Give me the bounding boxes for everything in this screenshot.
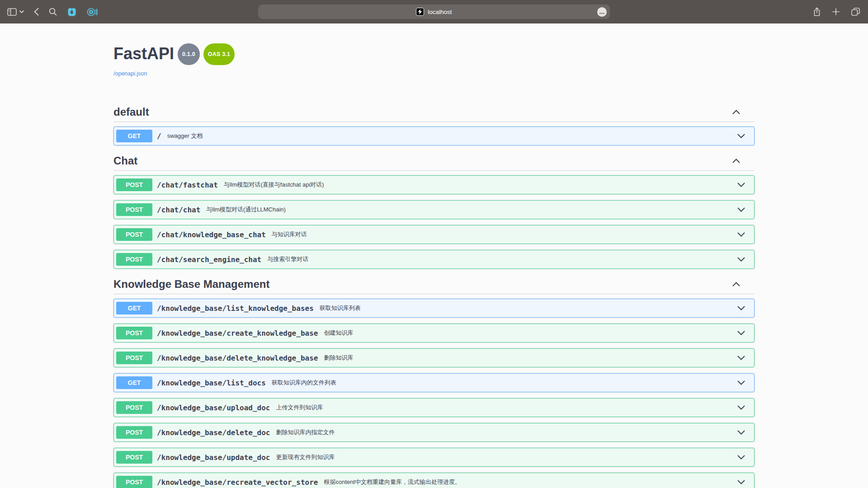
api-info: FastAPI0.1.0OAS 3.1 /openapi.json <box>113 44 755 77</box>
api-title-text: FastAPI <box>113 44 174 63</box>
extension-button-2[interactable] <box>87 7 98 17</box>
endpoint-row[interactable]: GET /knowledge_base/list_docs 获取知识库内的文件列… <box>113 373 755 392</box>
endpoint-expand-button[interactable] <box>736 205 747 215</box>
endpoint-row[interactable]: POST /knowledge_base/delete_knowledge_ba… <box>113 348 755 367</box>
section-header[interactable]: Chat <box>113 151 755 171</box>
endpoint-path: /knowledge_base/create_knowledge_base <box>157 329 318 338</box>
endpoint-path: /knowledge_base/list_knowledge_bases <box>157 304 314 313</box>
chevron-down-icon <box>737 133 745 140</box>
section-collapse-button[interactable] <box>731 107 742 117</box>
search-icon <box>49 8 57 16</box>
tab-overview-icon <box>851 8 860 16</box>
method-badge: POST <box>116 178 152 191</box>
endpoint-row[interactable]: GET /knowledge_base/list_knowledge_bases… <box>113 299 755 318</box>
endpoint-description: 与llm模型对话(通过LLMChain) <box>206 206 286 214</box>
endpoint-description: 上传文件到知识库 <box>276 404 323 412</box>
extension-button-1[interactable] <box>67 7 77 17</box>
chevron-down-icon <box>737 479 745 486</box>
method-badge: POST <box>116 401 152 414</box>
chevron-up-icon <box>732 281 740 288</box>
endpoint-row[interactable]: POST /chat/knowledge_base_chat 与知识库对话 <box>113 225 755 244</box>
section-header[interactable]: default <box>113 103 755 122</box>
endpoint-row[interactable]: POST /chat/search_engine_chat 与搜索引擎对话 <box>113 250 755 269</box>
browser-toolbar: localhost <box>0 0 868 23</box>
page-settings-ellipsis-icon <box>599 9 604 15</box>
chevron-down-icon <box>737 355 745 361</box>
endpoint-path: /chat/fastchat <box>157 181 218 189</box>
oas-badge: OAS 3.1 <box>203 43 235 65</box>
endpoint-path: / <box>157 132 161 141</box>
tab-overview-button[interactable] <box>851 8 860 16</box>
chevron-down-icon <box>737 380 745 386</box>
url-text: localhost <box>428 9 452 15</box>
chevron-down-icon <box>737 256 745 263</box>
endpoint-description: 与知识库对话 <box>272 230 307 239</box>
new-tab-icon <box>832 8 840 15</box>
endpoint-row[interactable]: POST /knowledge_base/recreate_vector_sto… <box>113 473 755 488</box>
section-title: Knowledge Base Management <box>113 277 269 291</box>
endpoint-expand-button[interactable] <box>736 353 747 363</box>
method-badge: POST <box>116 476 152 488</box>
page-title: FastAPI0.1.0OAS 3.1 <box>113 44 755 68</box>
swagger-page: FastAPI0.1.0OAS 3.1 /openapi.json defaul… <box>0 23 868 488</box>
chevron-down-icon <box>737 182 745 188</box>
endpoint-row[interactable]: GET / swagger 文档 <box>113 127 755 145</box>
chevron-down-icon <box>737 206 745 213</box>
shield-download-extension-icon <box>67 7 77 17</box>
endpoint-description: 删除知识库 <box>324 354 353 362</box>
endpoint-expand-button[interactable] <box>736 230 747 240</box>
section-collapse-button[interactable] <box>731 156 742 166</box>
endpoint-path: /knowledge_base/delete_doc <box>157 428 270 437</box>
method-badge: POST <box>116 327 152 339</box>
section-collapse-button[interactable] <box>731 279 742 290</box>
endpoint-expand-button[interactable] <box>736 477 747 488</box>
sidebar-chevron-down-icon <box>19 10 24 13</box>
new-tab-button[interactable] <box>832 8 840 15</box>
back-button[interactable] <box>34 8 39 16</box>
sidebar-toggle-button[interactable] <box>7 8 17 16</box>
sidebar-menu-button[interactable] <box>19 10 24 13</box>
endpoint-expand-button[interactable] <box>736 303 747 314</box>
section-header[interactable]: Knowledge Base Management <box>113 275 755 294</box>
chevron-down-icon <box>737 231 745 238</box>
broadcast-star-extension-icon <box>87 7 98 17</box>
search-button[interactable] <box>49 8 57 16</box>
method-badge: POST <box>116 352 152 364</box>
endpoint-path: /chat/chat <box>157 206 200 214</box>
endpoint-expand-button[interactable] <box>736 403 747 413</box>
endpoint-description: swagger 文档 <box>167 132 203 140</box>
endpoint-row[interactable]: POST /knowledge_base/delete_doc 删除知识库内指定… <box>113 423 755 442</box>
method-badge: POST <box>116 426 152 439</box>
endpoint-path: /chat/search_engine_chat <box>157 255 261 264</box>
share-button[interactable] <box>813 7 821 16</box>
method-badge: GET <box>116 130 152 142</box>
back-icon <box>34 8 39 16</box>
page-settings-button[interactable] <box>597 7 607 17</box>
endpoint-expand-button[interactable] <box>736 452 747 463</box>
endpoint-expand-button[interactable] <box>736 378 747 388</box>
endpoint-row[interactable]: POST /chat/fastchat 与llm模型对话(直接与fastchat… <box>113 175 755 194</box>
method-badge: POST <box>116 203 152 216</box>
endpoint-expand-button[interactable] <box>736 254 747 265</box>
endpoint-description: 更新现有文件到知识库 <box>276 453 335 461</box>
endpoint-description: 与llm模型对话(直接与fastchat api对话) <box>224 181 324 189</box>
endpoint-description: 根据content中文档重建向量库，流式输出处理进度。 <box>324 478 461 486</box>
address-bar[interactable]: localhost <box>258 5 610 19</box>
endpoint-row[interactable]: POST /knowledge_base/update_doc 更新现有文件到知… <box>113 448 755 467</box>
endpoint-description: 创建知识库 <box>324 329 353 337</box>
api-section: Knowledge Base Management GET /knowledge… <box>113 275 755 488</box>
chevron-down-icon <box>737 330 745 337</box>
method-badge: POST <box>116 253 152 266</box>
endpoint-expand-button[interactable] <box>736 328 747 338</box>
endpoint-expand-button[interactable] <box>736 427 747 438</box>
endpoint-row[interactable]: POST /knowledge_base/upload_doc 上传文件到知识库 <box>113 398 755 417</box>
openapi-spec-link[interactable]: /openapi.json <box>113 70 147 77</box>
endpoint-path: /knowledge_base/recreate_vector_store <box>157 478 318 487</box>
endpoint-expand-button[interactable] <box>736 131 747 141</box>
endpoint-description: 与搜索引擎对话 <box>267 255 308 263</box>
endpoint-row[interactable]: POST /chat/chat 与llm模型对话(通过LLMChain) <box>113 200 755 219</box>
endpoint-expand-button[interactable] <box>736 180 747 190</box>
chevron-down-icon <box>737 305 745 312</box>
endpoint-row[interactable]: POST /knowledge_base/create_knowledge_ba… <box>113 324 755 343</box>
endpoint-path: /knowledge_base/delete_knowledge_base <box>157 354 318 362</box>
